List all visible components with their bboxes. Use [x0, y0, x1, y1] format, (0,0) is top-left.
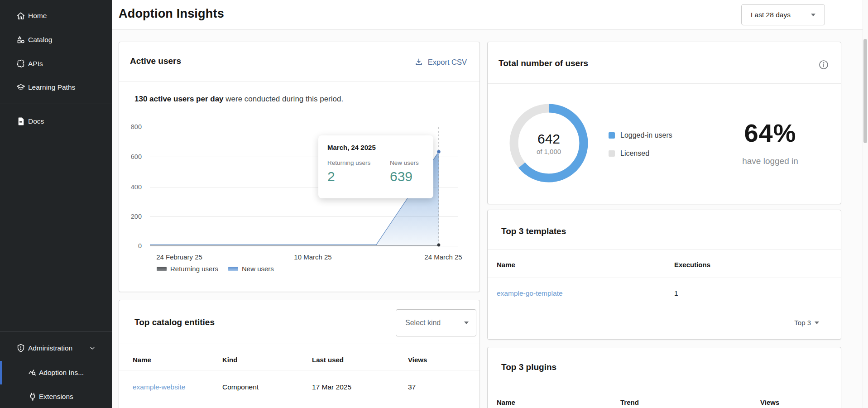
info-icon[interactable]	[818, 59, 829, 72]
entity-views: 37	[408, 383, 416, 391]
x-axis-tick: 10 March 25	[279, 253, 347, 261]
sidebar-item-apis[interactable]: APIs	[0, 55, 112, 73]
entity-last-used: 17 Mar 2025	[312, 383, 351, 391]
divider	[488, 387, 841, 387]
column-header-views: Views	[760, 398, 779, 406]
insights-icon	[27, 367, 38, 378]
donut-center-label: 642 of 1,000	[507, 101, 591, 185]
y-axis-tick: 200	[122, 213, 142, 220]
chart-summary: 130 active users per day were conducted …	[134, 95, 343, 104]
template-name-link[interactable]: example-go-template	[497, 289, 563, 298]
legend-item-new-users: New users	[228, 265, 274, 273]
divider	[488, 278, 841, 278]
logged-in-caption: have logged in	[714, 156, 827, 166]
top-catalog-entities-card: Top catalog entities Select kind Name Ki…	[119, 300, 480, 408]
x-axis-tick: 24 February 25	[145, 253, 213, 261]
plug-icon	[27, 391, 38, 402]
sidebar-item-label: Adoption Ins...	[39, 369, 84, 377]
sidebar-item-docs[interactable]: Docs	[0, 112, 112, 130]
page-title: Adoption Insights	[119, 7, 224, 21]
y-axis-tick: 0	[122, 242, 142, 250]
divider	[488, 305, 841, 305]
card-title: Top catalog entities	[134, 317, 215, 327]
active-users-card: Active users Export CSV 130 active users…	[119, 42, 480, 292]
legend-item-logged-in: Logged-in users	[609, 131, 672, 139]
chart-tooltip: March, 24 2025 Returning users New users…	[318, 135, 433, 198]
adoption-insights-page: Home Catalog APIs Learning Paths Docs	[0, 0, 868, 408]
sidebar-divider	[0, 104, 112, 104]
sidebar-item-learning-paths[interactable]: Learning Paths	[0, 78, 112, 96]
entity-name-link[interactable]: example-website	[133, 383, 185, 391]
divider	[119, 401, 480, 401]
legend-label: New users	[242, 265, 274, 273]
licensed-total: of 1,000	[537, 148, 561, 155]
kind-select[interactable]: Select kind	[396, 309, 476, 336]
tooltip-returning-label: Returning users	[327, 159, 370, 166]
logged-in-percent: 64%	[714, 118, 827, 148]
sidebar-item-label: Extensions	[39, 393, 73, 401]
legend-label: Licensed	[620, 149, 649, 158]
download-icon	[414, 58, 423, 67]
sidebar-item-extensions[interactable]: Extensions	[0, 388, 112, 406]
top-plugins-card: Top 3 plugins Name Trend Views	[487, 347, 841, 408]
legend-swatch-licensed	[609, 150, 615, 157]
card-title: Top 3 plugins	[501, 362, 556, 372]
legend-swatch-new	[228, 267, 238, 271]
y-axis-tick: 800	[122, 123, 142, 130]
scrollbar-thumb[interactable]	[863, 39, 867, 143]
template-executions: 1	[674, 289, 678, 298]
entity-kind: Component	[222, 383, 259, 391]
learning-paths-icon	[15, 82, 26, 93]
column-header-name: Name	[497, 398, 515, 406]
logged-in-count: 642	[537, 131, 560, 147]
legend-item-returning-users: Returning users	[157, 265, 218, 273]
sidebar-item-label: Administration	[28, 344, 72, 352]
column-header-name: Name	[497, 261, 515, 269]
legend-label: Returning users	[170, 265, 218, 273]
sidebar-divider	[0, 331, 112, 332]
sidebar: Home Catalog APIs Learning Paths Docs	[0, 0, 112, 408]
y-axis-tick: 600	[122, 153, 142, 160]
sidebar-item-label: Learning Paths	[28, 83, 75, 91]
column-header-name: Name	[133, 356, 151, 364]
total-users-card: Total number of users 642 of 1,000 Logge…	[487, 42, 841, 204]
chevron-down-icon	[464, 322, 469, 324]
top-n-select[interactable]: Top 3	[794, 319, 819, 326]
legend-label: Logged-in users	[620, 131, 672, 139]
legend-item-licensed: Licensed	[609, 149, 649, 158]
top-n-value: Top 3	[794, 319, 811, 326]
x-axis-tick: 24 March 25	[409, 253, 477, 261]
divider	[119, 344, 480, 344]
divider	[488, 250, 841, 250]
card-title: Top 3 templates	[501, 226, 566, 236]
divider	[488, 83, 841, 84]
chevron-down-icon	[811, 14, 815, 16]
legend-swatch-returning	[157, 267, 167, 271]
logged-in-percent-caption-block: have logged in	[714, 156, 827, 166]
date-range-select[interactable]: Last 28 days	[741, 4, 825, 25]
sidebar-item-adoption-insights[interactable]: Adoption Ins...	[0, 364, 112, 382]
home-icon	[15, 10, 26, 21]
kind-select-placeholder: Select kind	[405, 319, 441, 327]
sidebar-item-administration[interactable]: Administration	[0, 339, 112, 357]
column-header-kind: Kind	[222, 356, 237, 364]
tooltip-returning-value: 2	[327, 169, 335, 184]
sidebar-item-home[interactable]: Home	[0, 7, 112, 25]
hover-point-returning-users	[437, 244, 441, 247]
legend-swatch-logged-in	[609, 132, 615, 139]
logged-in-percent-block: 64%	[714, 118, 827, 148]
page-header: Adoption Insights Last 28 days	[112, 0, 868, 30]
column-header-last-used: Last used	[312, 356, 344, 364]
y-axis-tick: 400	[122, 183, 142, 191]
card-title: Active users	[130, 56, 181, 66]
export-csv-button[interactable]: Export CSV	[414, 58, 467, 67]
chevron-down-icon	[815, 322, 819, 324]
sidebar-item-label: APIs	[28, 60, 43, 68]
date-range-value: Last 28 days	[751, 11, 791, 19]
column-header-executions: Executions	[674, 261, 710, 269]
divider	[119, 81, 480, 82]
sidebar-item-catalog[interactable]: Catalog	[0, 31, 112, 49]
tooltip-new-label: New users	[390, 159, 419, 166]
hover-point-new-users	[437, 150, 441, 154]
tooltip-new-value: 639	[390, 169, 412, 184]
